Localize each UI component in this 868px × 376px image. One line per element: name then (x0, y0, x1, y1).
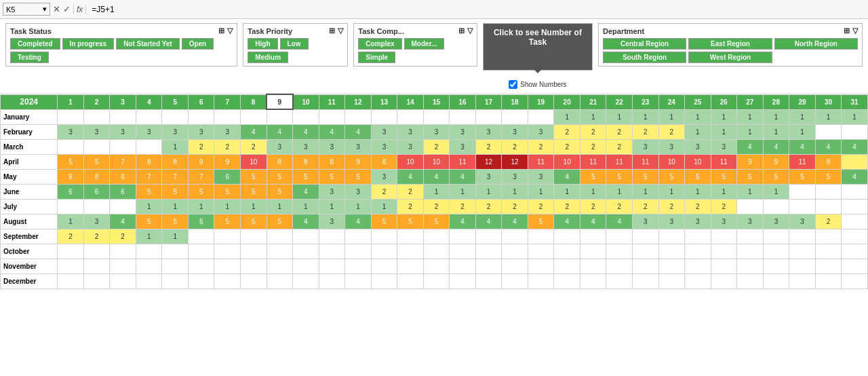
day-13[interactable]: 13 (371, 94, 397, 109)
department-icons: ⊞ ▽ (844, 26, 858, 35)
filter-icon2[interactable]: ▽ (338, 26, 343, 35)
day-31[interactable]: 31 (842, 94, 868, 109)
day-1[interactable]: 1 (58, 94, 84, 109)
month-january: January (1, 109, 58, 124)
cell-ref-box[interactable]: K5 ▾ (3, 3, 50, 16)
filter-icon[interactable]: ▽ (227, 26, 233, 35)
day-24[interactable]: 24 (658, 94, 685, 109)
filter-icon4[interactable]: ▽ (852, 26, 858, 35)
task-priority-title: Task Priority (248, 27, 292, 35)
month-july: July (1, 199, 58, 214)
year-header: 2024 (1, 94, 58, 109)
day-21[interactable]: 21 (580, 94, 606, 109)
task-comp-title: Task Comp... (358, 27, 404, 35)
multi-select-icon[interactable]: ⊞ (218, 26, 224, 35)
day-20[interactable]: 20 (554, 94, 580, 109)
day-7[interactable]: 7 (214, 94, 241, 109)
day-15[interactable]: 15 (423, 94, 450, 109)
day-19[interactable]: 19 (528, 94, 554, 109)
priority-low-btn[interactable]: Low (280, 38, 309, 50)
formula-icons: ✕ ✓ (53, 4, 71, 14)
dept-west-btn[interactable]: West Region (688, 52, 772, 63)
tooltip-wrapper: Click to see Number of Task Show Numbers (483, 23, 593, 89)
day-30[interactable]: 30 (815, 94, 842, 109)
task-status-header: Task Status ⊞ ▽ (10, 26, 233, 35)
day-14[interactable]: 14 (397, 94, 424, 109)
task-status-buttons: Completed In progress Not Started Yet Op… (10, 38, 233, 63)
table-row: July 1 1 1 1 1 1 1 1 1 1 2 2 2 2 2 2 2 2… (1, 199, 868, 214)
status-open-btn[interactable]: Open (182, 38, 214, 50)
month-september: September (1, 229, 58, 244)
show-numbers-checkbox[interactable] (509, 80, 517, 89)
calendar-wrapper: 2024 1 2 3 4 5 6 7 8 9 10 11 12 13 14 15… (0, 94, 868, 335)
day-12[interactable]: 12 (345, 94, 372, 109)
multi-select-icon4[interactable]: ⊞ (844, 26, 850, 35)
month-october: October (1, 244, 58, 259)
formula-text: =J5+1 (89, 5, 117, 14)
comp-moder-btn[interactable]: Moder... (404, 38, 445, 50)
dept-south-btn[interactable]: South Region (603, 52, 686, 63)
calendar-header-row: 2024 1 2 3 4 5 6 7 8 9 10 11 12 13 14 15… (1, 94, 868, 109)
fx-label: fx (73, 5, 86, 14)
status-notstarted-btn[interactable]: Not Started Yet (116, 38, 180, 50)
day-17[interactable]: 17 (475, 94, 502, 109)
month-august: August (1, 214, 58, 229)
task-comp-icons: ⊞ ▽ (458, 26, 473, 35)
tooltip-panel[interactable]: Click to see Number of Task (483, 23, 593, 71)
day-6[interactable]: 6 (188, 94, 214, 109)
multi-select-icon3[interactable]: ⊞ (458, 26, 465, 35)
task-status-icons: ⊞ ▽ (218, 26, 233, 35)
slicer-area: Task Status ⊞ ▽ Completed In progress No… (0, 19, 868, 94)
day-28[interactable]: 28 (763, 94, 789, 109)
day-11[interactable]: 11 (319, 94, 345, 109)
department-slicer: Department ⊞ ▽ Central Region East Regio… (598, 23, 863, 67)
day-22[interactable]: 22 (606, 94, 633, 109)
status-testing-btn[interactable]: Testing (10, 52, 49, 63)
day-26[interactable]: 26 (711, 94, 737, 109)
table-row: April 5 5 7 8 8 9 9 10 8 8 8 9 8 10 10 1… (1, 154, 868, 169)
x-icon[interactable]: ✓ (63, 4, 71, 14)
dept-central-btn[interactable]: Central Region (603, 38, 686, 50)
month-november: November (1, 259, 58, 274)
comp-complex-btn[interactable]: Complex (358, 38, 401, 50)
priority-high-btn[interactable]: High (248, 38, 277, 50)
day-9[interactable]: 9 (267, 94, 293, 109)
dept-east-btn[interactable]: East Region (688, 38, 772, 50)
day-27[interactable]: 27 (737, 94, 764, 109)
task-priority-buttons: High Low Medium (248, 38, 343, 63)
day-4[interactable]: 4 (136, 94, 162, 109)
cell-ref-chevron[interactable]: ▾ (43, 5, 47, 14)
table-row: August 1 3 4 5 5 6 5 5 5 4 3 4 5 5 5 4 4… (1, 214, 868, 229)
comp-simple-btn[interactable]: Simple (358, 52, 395, 63)
show-numbers-label: Show Numbers (520, 81, 566, 88)
status-inprogress-btn[interactable]: In progress (62, 38, 114, 50)
filter-icon3[interactable]: ▽ (467, 26, 473, 35)
table-row: March 1 2 2 2 3 3 3 3 3 3 2 3 2 2 2 2 2 … (1, 139, 868, 154)
table-row: February 3 3 3 3 3 3 3 4 4 4 4 4 3 3 3 3… (1, 124, 868, 139)
day-2[interactable]: 2 (83, 94, 110, 109)
day-29[interactable]: 29 (789, 94, 816, 109)
checkmark-icon[interactable]: ✕ (53, 4, 60, 14)
day-16[interactable]: 16 (450, 94, 476, 109)
multi-select-icon2[interactable]: ⊞ (329, 26, 335, 35)
table-row: January 1 1 1 1 1 1 1 (1, 109, 868, 124)
day-23[interactable]: 23 (632, 94, 658, 109)
department-header: Department ⊞ ▽ (603, 26, 858, 35)
day-18[interactable]: 18 (502, 94, 528, 109)
department-title: Department (603, 27, 644, 35)
task-comp-slicer: Task Comp... ⊞ ▽ Complex Moder... Simple (353, 23, 477, 67)
day-5[interactable]: 5 (162, 94, 189, 109)
department-buttons: Central Region East Region North Region … (603, 38, 858, 63)
month-may: May (1, 169, 58, 184)
day-25[interactable]: 25 (685, 94, 711, 109)
day-3[interactable]: 3 (110, 94, 136, 109)
dept-north-btn[interactable]: North Region (774, 38, 858, 50)
day-8[interactable]: 8 (241, 94, 267, 109)
tooltip-label: Click to see Number of Task (494, 28, 582, 47)
status-completed-btn[interactable]: Completed (10, 38, 60, 50)
priority-medium-btn[interactable]: Medium (248, 52, 288, 63)
day-10[interactable]: 10 (293, 94, 319, 109)
month-june: June (1, 184, 58, 199)
cell-ref-value: K5 (6, 5, 15, 14)
table-row: October (1, 244, 868, 259)
